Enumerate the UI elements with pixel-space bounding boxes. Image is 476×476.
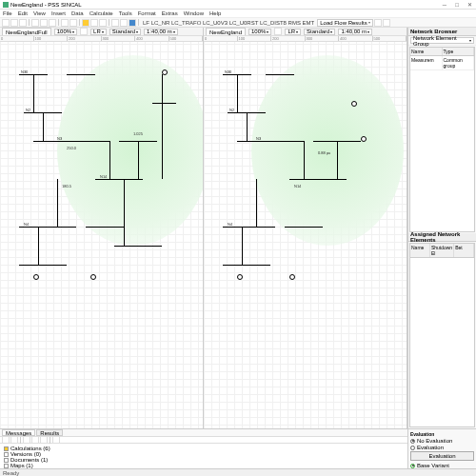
tab-newenglandfull[interactable]: NewEnglandFull xyxy=(2,28,51,35)
view-dropdown[interactable]: LR xyxy=(285,29,301,35)
close-button[interactable]: ✕ xyxy=(466,2,473,8)
line[interactable] xyxy=(304,141,305,179)
col-name2[interactable]: Name xyxy=(410,244,430,257)
line[interactable] xyxy=(242,227,243,265)
diagram-canvas-left[interactable]: 0100200300400500 xyxy=(0,36,203,428)
bus[interactable] xyxy=(152,103,176,104)
zoom-fit-icon[interactable] xyxy=(80,28,88,35)
radio-evaluation[interactable]: Evaluation xyxy=(410,445,474,450)
tab-newengland[interactable]: NewEngland xyxy=(206,28,246,35)
zoom-dropdown[interactable]: 100% xyxy=(248,29,271,35)
line[interactable] xyxy=(43,112,44,141)
line[interactable] xyxy=(256,179,257,227)
bus[interactable] xyxy=(114,246,162,247)
col-name[interactable]: Name xyxy=(410,48,443,55)
bus[interactable] xyxy=(19,227,76,228)
line[interactable] xyxy=(57,179,58,227)
bus[interactable] xyxy=(95,179,143,180)
line[interactable] xyxy=(124,179,125,246)
save-icon[interactable] xyxy=(19,19,27,27)
bus[interactable] xyxy=(223,265,270,266)
menu-insert[interactable]: Insert xyxy=(51,10,66,16)
sld-icon[interactable] xyxy=(129,19,136,27)
menu-extras[interactable]: Extras xyxy=(162,10,178,16)
scale-dropdown[interactable]: 1:40,00 m xyxy=(338,29,372,35)
run-icon[interactable] xyxy=(374,19,382,27)
radio-no-evaluation[interactable]: No Evaluation xyxy=(410,438,474,444)
pan-icon[interactable] xyxy=(111,19,119,27)
line[interactable] xyxy=(38,227,39,265)
menu-tools[interactable]: Tools xyxy=(119,10,132,16)
menu-format[interactable]: Format xyxy=(138,10,156,16)
menu-window[interactable]: Window xyxy=(184,10,204,16)
generator-icon[interactable] xyxy=(162,69,168,75)
element-table[interactable]: Name Type Measurem Common group xyxy=(409,47,475,232)
bus[interactable] xyxy=(33,141,109,142)
line[interactable] xyxy=(162,74,163,103)
scale-dropdown[interactable]: 1:40,00 m xyxy=(144,29,178,35)
col-shutdown[interactable]: Shutdown El xyxy=(430,244,454,257)
style-dropdown[interactable]: Standard xyxy=(304,29,335,35)
menu-file[interactable]: File xyxy=(3,10,12,16)
refresh-icon[interactable] xyxy=(31,436,39,444)
maximize-button[interactable]: □ xyxy=(453,2,461,8)
menu-data[interactable]: Data xyxy=(71,10,84,16)
info-icon[interactable] xyxy=(120,19,128,27)
undo-icon[interactable] xyxy=(61,19,69,27)
zoom-fit-icon[interactable] xyxy=(274,28,282,35)
menu-view[interactable]: View xyxy=(33,10,46,16)
line[interactable] xyxy=(109,141,110,179)
col-type[interactable]: Type xyxy=(443,48,475,55)
bus[interactable] xyxy=(285,227,323,228)
generator-icon[interactable] xyxy=(289,274,295,280)
expand-icon[interactable] xyxy=(2,436,10,444)
generator-icon[interactable] xyxy=(351,101,357,107)
export-icon[interactable] xyxy=(40,436,48,444)
redo-icon[interactable] xyxy=(69,19,77,27)
generator-icon[interactable] xyxy=(33,274,39,280)
line[interactable] xyxy=(138,141,139,179)
results-dropdown[interactable]: Load Flow Results xyxy=(317,19,372,27)
clear-icon[interactable] xyxy=(52,436,60,444)
bus[interactable] xyxy=(86,227,124,228)
diagram-canvas-right[interactable]: 0100200300400500 xyxy=(204,36,407,428)
collapse-icon[interactable] xyxy=(10,436,18,444)
line[interactable] xyxy=(162,103,163,179)
open-icon[interactable] xyxy=(10,19,18,27)
line[interactable] xyxy=(247,112,248,141)
menu-help[interactable]: Help xyxy=(209,10,221,16)
zoom-in-icon[interactable] xyxy=(90,19,98,27)
new-icon[interactable] xyxy=(2,19,10,27)
assigned-table[interactable]: Name Shutdown El Bet xyxy=(409,243,475,428)
view-dropdown[interactable]: LR xyxy=(90,29,107,35)
bus[interactable] xyxy=(266,74,294,75)
line[interactable] xyxy=(33,74,34,112)
element-group-dropdown[interactable]: Network Element Group xyxy=(410,37,474,44)
zoom-out-icon[interactable] xyxy=(99,19,107,27)
filter-icon[interactable] xyxy=(23,436,30,444)
copy-icon[interactable] xyxy=(40,19,48,27)
generator-icon[interactable] xyxy=(237,274,243,280)
settings-icon[interactable] xyxy=(383,19,390,27)
table-row[interactable]: Measurem Common group xyxy=(410,56,474,70)
line[interactable] xyxy=(337,141,338,179)
bus[interactable] xyxy=(223,227,275,228)
menu-calculate[interactable]: Calculate xyxy=(89,10,113,16)
line[interactable] xyxy=(237,74,238,112)
paste-icon[interactable] xyxy=(49,19,56,27)
bus[interactable] xyxy=(67,74,95,75)
evaluation-button[interactable]: Evaluation xyxy=(410,451,474,461)
minimize-button[interactable]: ─ xyxy=(441,2,448,8)
col-bet[interactable]: Bet xyxy=(454,244,474,257)
tab-results[interactable]: Results xyxy=(36,429,63,436)
bus[interactable] xyxy=(237,141,304,142)
generator-icon[interactable] xyxy=(361,136,367,142)
bus[interactable] xyxy=(19,265,67,266)
select-icon[interactable] xyxy=(82,19,89,27)
generator-icon[interactable] xyxy=(90,274,96,280)
zoom-dropdown[interactable]: 100% xyxy=(54,29,77,35)
menu-edit[interactable]: Edit xyxy=(18,10,28,16)
cut-icon[interactable] xyxy=(31,19,39,27)
tab-messages[interactable]: Messages xyxy=(2,429,35,436)
bus[interactable] xyxy=(289,179,347,180)
